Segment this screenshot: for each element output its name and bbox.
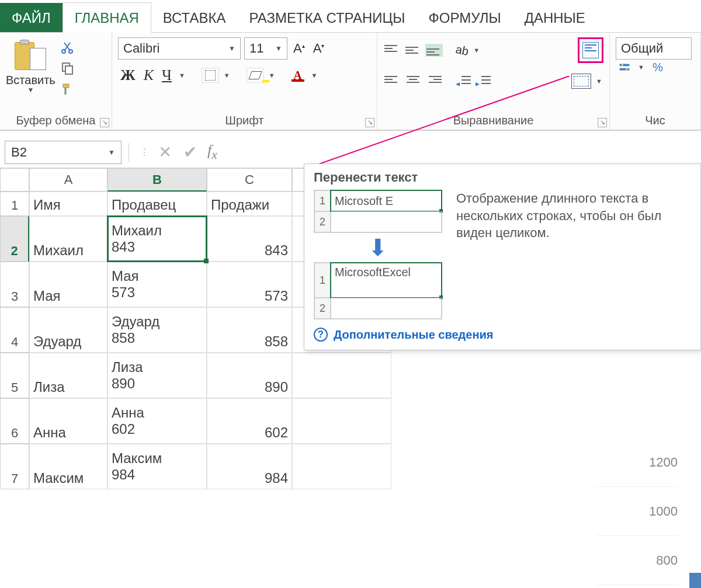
column-header-A[interactable]: A [29,168,107,192]
decrease-font-size-button[interactable]: A [311,40,327,57]
cell-C4[interactable]: 858 [207,307,292,353]
svg-rect-5 [620,68,630,71]
font-size-combo[interactable]: 11▼ [244,37,287,60]
cell-A4[interactable]: Эдуард [29,307,107,353]
cell-D7[interactable] [292,444,391,489]
row-header-6[interactable]: 6 [0,398,29,444]
font-launcher-icon[interactable]: ↘ [365,118,374,127]
cell-B7[interactable]: Максим 984 [107,444,207,489]
merge-cells-button[interactable] [571,74,591,89]
borders-button[interactable] [202,68,219,83]
cell-D5[interactable] [292,353,391,398]
svg-point-6 [622,64,624,67]
select-all-corner[interactable] [0,168,29,192]
svg-point-7 [626,68,628,71]
tooltip-demo: 1Microsoft E 2 ⬇ 1MicrosoftExcel 2 [314,190,442,319]
row-header-1[interactable]: 1 [0,192,29,216]
font-color-button[interactable]: А [289,68,307,83]
tab-data[interactable]: ДАННЫЕ [513,3,597,32]
row-header-3[interactable]: 3 [0,262,29,307]
number-format-combo[interactable]: Общий [616,37,692,60]
accounting-format-button[interactable] [616,60,633,75]
italic-button[interactable]: К [141,67,156,84]
format-painter-button[interactable] [59,82,75,97]
help-icon: ? [314,328,328,342]
cut-button[interactable] [59,40,75,55]
align-middle-button[interactable] [404,44,422,57]
paste-button[interactable]: Вставить ▼ [6,37,55,94]
row-header-4[interactable]: 4 [0,307,29,353]
orientation-dropdown-icon[interactable]: ▼ [472,47,481,54]
percent-format-button[interactable]: % [649,60,667,75]
font-name-combo[interactable]: Calibri▼ [118,37,241,60]
underline-dropdown-icon[interactable]: ▼ [178,72,186,79]
align-right-button[interactable] [425,75,443,88]
cell-B5[interactable]: Лиза 890 [107,353,207,398]
decrease-indent-button[interactable]: ◂ [456,74,472,88]
chevron-down-icon: ▼ [275,44,282,53]
cell-B1[interactable]: Продавец [107,192,207,216]
borders-icon [205,70,216,81]
cell-A1[interactable]: Имя [29,192,107,216]
cell-C1[interactable]: Продажи [207,192,292,216]
tab-insert[interactable]: ВСТАВКА [151,3,238,32]
svg-point-0 [62,50,65,53]
cell-B3[interactable]: Мая 573 [107,262,207,307]
axis-tick: 1200 [596,438,678,487]
cell-A3[interactable]: Мая [29,262,107,307]
number-format-value: Общий [621,41,663,56]
row-header-7[interactable]: 7 [0,444,29,489]
row-header-2[interactable]: 2 [0,216,29,262]
increase-indent-button[interactable]: ▸ [476,74,492,88]
name-box[interactable]: B2 ▼ [5,141,122,164]
merge-dropdown-icon[interactable]: ▼ [595,78,603,85]
align-center-button[interactable] [404,75,422,88]
cell-C7[interactable]: 984 [207,444,292,489]
align-top-button[interactable] [383,44,401,57]
cancel-edit-button[interactable]: ✕ [152,142,178,162]
name-box-value: B2 [11,145,27,160]
cell-A2[interactable]: Михаил [29,216,107,262]
wrap-text-button[interactable] [578,37,603,63]
fill-color-button[interactable] [247,68,264,83]
column-header-B[interactable]: B [107,168,207,192]
tooltip-help-link[interactable]: ? Дополнительные сведения [314,328,691,342]
underline-button[interactable]: Ч [159,67,174,84]
clipboard-launcher-icon[interactable]: ↘ [100,118,109,127]
confirm-edit-button[interactable]: ✔ [178,142,203,162]
copy-button[interactable] [59,61,75,76]
row-header-5[interactable]: 5 [0,353,29,398]
accounting-dropdown-icon[interactable]: ▼ [637,64,646,71]
group-alignment: ab ▼ ◂ ▸ ▼ Выравнивание ↘ [377,33,610,130]
cell-D6[interactable] [292,398,391,444]
arrow-down-icon: ⬇ [314,234,442,261]
cell-C6[interactable]: 602 [207,398,292,444]
fill-color-dropdown-icon[interactable]: ▼ [268,72,276,79]
align-left-button[interactable] [383,75,401,88]
tab-file[interactable]: ФАЙЛ [0,3,63,32]
cell-B6[interactable]: Анна 602 [107,398,207,444]
cell-B2[interactable]: Михаил 843 [107,216,207,262]
cell-A6[interactable]: Анна [29,398,107,444]
tab-home[interactable]: ГЛАВНАЯ [63,2,151,33]
font-color-dropdown-icon[interactable]: ▼ [310,72,319,79]
cell-A5[interactable]: Лиза [29,353,107,398]
cell-C3[interactable]: 573 [207,262,292,307]
align-bottom-button[interactable] [425,44,443,57]
borders-dropdown-icon[interactable]: ▼ [223,72,231,79]
alignment-launcher-icon[interactable]: ↘ [598,118,607,127]
paste-dropdown-icon[interactable]: ▼ [27,86,34,94]
tooltip-text: Отображение длинного текста в нескольких… [456,190,691,319]
tab-layout[interactable]: РАЗМЕТКА СТРАНИЦЫ [237,3,417,32]
bold-button[interactable]: Ж [118,67,138,84]
wrap-text-icon [582,42,599,58]
increase-font-size-button[interactable]: A [291,40,307,57]
cell-B4[interactable]: Эдуард 858 [107,307,207,353]
column-header-C[interactable]: C [207,168,292,192]
cell-C5[interactable]: 890 [207,353,292,398]
cell-C2[interactable]: 843 [207,216,292,262]
tab-formulas[interactable]: ФОРМУЛЫ [417,3,513,32]
cell-A7[interactable]: Максим [29,444,107,489]
insert-function-button[interactable]: fx [203,142,222,162]
orientation-button[interactable]: ab [454,42,470,58]
